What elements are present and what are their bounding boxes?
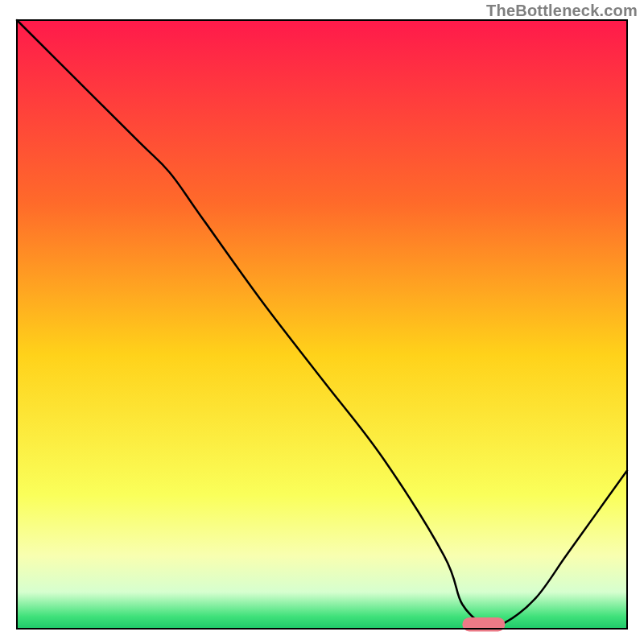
- chart-stage: TheBottleneck.com: [0, 0, 644, 644]
- chart-canvas: [0, 0, 644, 644]
- watermark-text: TheBottleneck.com: [486, 2, 638, 20]
